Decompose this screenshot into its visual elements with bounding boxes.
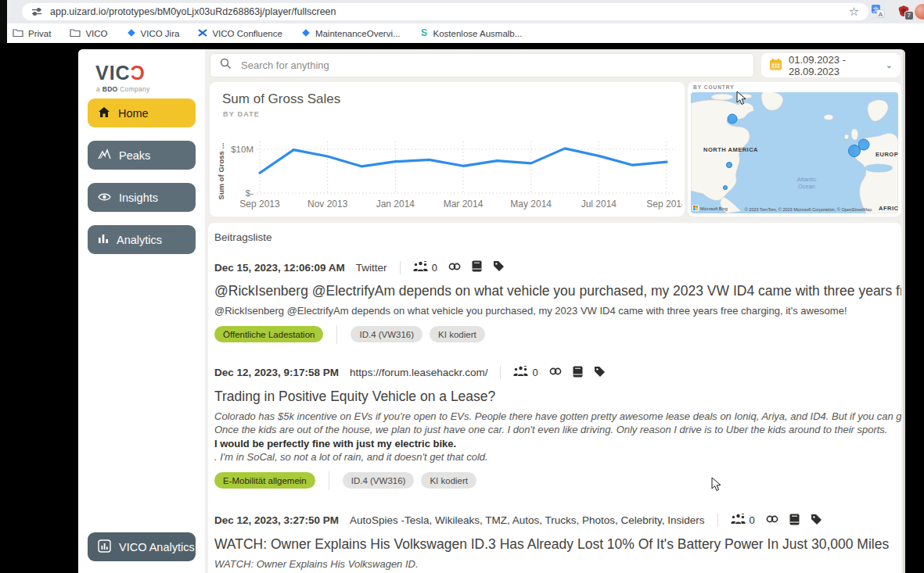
tag-pill[interactable]: ID.4 (VW316) xyxy=(343,472,415,489)
post-body-line: I would be perfectly fine with just my e… xyxy=(214,437,901,451)
svg-text:Microsoft Bing: Microsoft Bing xyxy=(700,206,728,211)
bookmarks-bar: PrivatVICOVICO JiraVICO ConfluenceMainte… xyxy=(0,23,924,43)
bookmark-label: Privat xyxy=(28,29,51,38)
svg-text:NORTH AMERICA: NORTH AMERICA xyxy=(703,146,758,153)
eye-icon xyxy=(98,192,111,204)
tag-icon[interactable] xyxy=(811,514,822,528)
divider xyxy=(717,514,718,527)
extension-icon[interactable]: 7 xyxy=(897,4,910,17)
site-settings-icon[interactable] xyxy=(30,5,43,19)
chevron-down-icon: ⌄ xyxy=(886,60,893,70)
map-label: BY COUNTRY xyxy=(693,84,735,90)
sidebar-item-label: Analytics xyxy=(117,234,162,246)
chart-title: Sum of Gross Sales xyxy=(222,91,340,107)
bing-map[interactable]: NORTH AMERICAEUROPEAFRICAAtlanticOceanMi… xyxy=(691,92,898,213)
sidebar-item-analytics[interactable]: Analytics xyxy=(88,225,196,254)
calendar-icon xyxy=(769,58,782,73)
sidebar-item-label: Insights xyxy=(119,192,158,204)
posts-feed-card: Beitragsliste Dec 15, 2023, 12:06:09 AMT… xyxy=(208,223,901,573)
divider xyxy=(336,325,337,344)
reach-count: 0 xyxy=(532,367,538,378)
jira-icon xyxy=(127,28,136,39)
svg-text:Sep 2014: Sep 2014 xyxy=(646,199,682,210)
screen-edge xyxy=(0,0,7,43)
tag-icon[interactable] xyxy=(594,366,606,380)
bdo-company-label: a BDO Company xyxy=(96,85,150,93)
post-body-line: @RickIsenberg @ElectrifyAm depends on wh… xyxy=(214,304,901,318)
post-body: WATCH: Owner Explains His Volkswagen ID.… xyxy=(214,557,901,573)
users-icon[interactable] xyxy=(513,366,528,379)
tag-icon[interactable] xyxy=(493,260,505,274)
post-meta-row: Dec 12, 2023, 9:17:58 PMhttps://forum.le… xyxy=(214,366,901,380)
tag-pill[interactable]: ID.4 (VW316) xyxy=(351,326,422,342)
svg-text:Jan 2014: Jan 2014 xyxy=(376,199,415,210)
confluence-icon xyxy=(198,28,207,39)
search-input[interactable]: Search for anything xyxy=(210,53,754,77)
bookmark-label: Kostenlose Ausmalb... xyxy=(433,29,523,38)
tag-pill[interactable]: Öffentliche Ladestation xyxy=(214,326,323,342)
sidebar-item-label: VICO Analytics xyxy=(119,541,195,553)
post-body: @RickIsenberg @ElectrifyAm depends on wh… xyxy=(214,304,901,318)
svg-text:$-: $- xyxy=(246,188,253,198)
profile-avatar[interactable] xyxy=(915,4,924,20)
post-title[interactable]: Trading in Positive Equity Vehicle on a … xyxy=(214,389,901,405)
tag-pill[interactable]: KI kodiert xyxy=(430,326,485,342)
link-icon[interactable] xyxy=(766,514,778,527)
bookmark-item[interactable]: VICO Jira xyxy=(127,28,180,39)
svg-text:S: S xyxy=(421,28,427,38)
sidebar-item-vico-analytics[interactable]: VICO Analytics xyxy=(88,532,196,561)
url-text[interactable]: app.uizard.io/prototypes/bM0yoLjx03uRdz6… xyxy=(50,6,336,17)
book-icon[interactable] xyxy=(472,260,482,274)
peaks-icon xyxy=(98,149,111,163)
sidebar-item-peaks[interactable]: Peaks xyxy=(88,141,196,170)
folder-icon xyxy=(70,28,81,39)
feed-post: Dec 12, 2023, 9:17:58 PMhttps://forum.le… xyxy=(214,366,901,490)
post-tags-row: Öffentliche LadestationID.4 (VW316)KI ko… xyxy=(214,325,901,344)
bookmark-item[interactable]: VICO Confluence xyxy=(198,28,282,39)
search-icon xyxy=(220,58,232,73)
users-icon[interactable] xyxy=(413,261,428,274)
divider xyxy=(400,261,401,274)
bookmark-item[interactable]: VICO xyxy=(70,28,107,39)
player-backdrop: VICƆ a BDO Company HomePeaksInsightsAnal… xyxy=(0,43,924,573)
sidebar-item-label: Home xyxy=(118,107,149,120)
bookmark-item[interactable]: MaintenanceOvervi... xyxy=(301,28,401,39)
svg-text:Nov 2013: Nov 2013 xyxy=(307,199,348,210)
svg-text:May 2014: May 2014 xyxy=(510,199,552,210)
sidebar-item-insights[interactable]: Insights xyxy=(88,183,196,212)
date-range-label: 01.09.2023 - 28.09.2023 xyxy=(789,54,878,77)
post-body-line: . I'm in SoCal, so not a lot of rain, an… xyxy=(214,450,901,464)
post-title[interactable]: WATCH: Owner Explains His Volkswagen ID.… xyxy=(214,536,901,553)
users-icon[interactable] xyxy=(731,514,746,527)
chart-subtitle: BY DATE xyxy=(223,110,260,118)
post-meta-row: Dec 15, 2023, 12:06:09 AMTwitter0 xyxy=(214,260,901,274)
link-icon[interactable] xyxy=(448,261,461,274)
vico-logo: VICƆ xyxy=(95,62,146,84)
bookmark-star-icon[interactable]: ☆ xyxy=(847,5,861,19)
sidebar-item-home[interactable]: Home xyxy=(88,98,196,127)
analytics-box-icon xyxy=(98,539,111,555)
date-range-picker[interactable]: 01.09.2023 - 28.09.2023 ⌄ xyxy=(761,53,901,77)
link-icon[interactable] xyxy=(549,366,562,379)
bookmark-item[interactable]: SKostenlose Ausmalb... xyxy=(419,28,523,39)
post-source[interactable]: Twitter xyxy=(356,262,387,274)
feed-post: Dec 12, 2023, 3:27:50 PMAutoSpies -Tesla… xyxy=(214,514,901,573)
post-source[interactable]: https://forum.leasehackr.com/ xyxy=(350,367,487,378)
bar-chart-icon xyxy=(98,233,109,246)
book-icon[interactable] xyxy=(789,514,800,528)
scrollbar[interactable] xyxy=(903,49,905,573)
address-bar[interactable]: app.uizard.io/prototypes/bM0yoLjx03uRdz6… xyxy=(22,3,868,20)
bookmark-item[interactable]: Privat xyxy=(13,28,51,39)
tag-pill[interactable]: E-Mobilität allgemein xyxy=(214,472,315,489)
post-source[interactable]: AutoSpies -Tesla, Wikileaks, TMZ, Autos,… xyxy=(350,514,704,526)
post-title[interactable]: @RickIsenberg @ElectrifyAm depends on wh… xyxy=(214,283,901,299)
post-date: Dec 12, 2023, 9:17:58 PM xyxy=(214,367,339,378)
tag-pill[interactable]: KI kodiert xyxy=(421,472,476,489)
book-icon[interactable] xyxy=(573,366,583,380)
sidebar-item-label: Peaks xyxy=(119,149,150,162)
divider xyxy=(500,366,501,379)
jira-icon xyxy=(301,28,311,39)
svg-text:AFRICA: AFRICA xyxy=(879,205,898,212)
translate-icon[interactable]: 文 A xyxy=(872,5,885,18)
svg-text:A: A xyxy=(879,11,883,18)
